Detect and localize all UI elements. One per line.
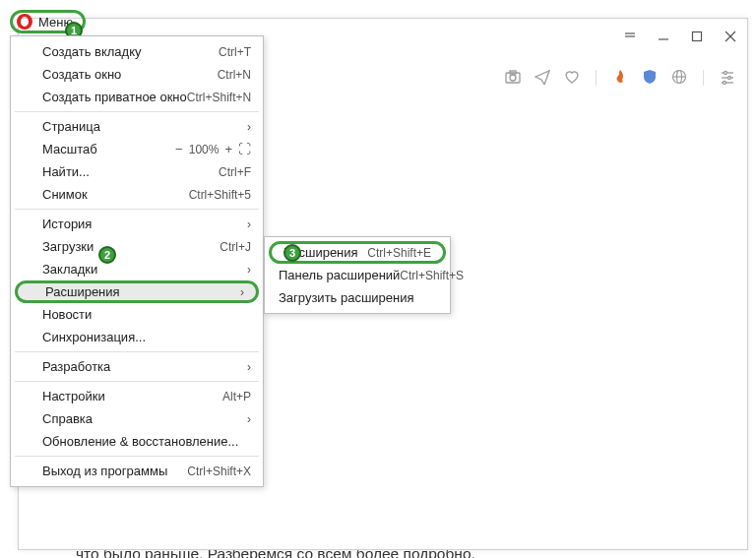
menu-item[interactable]: Новости bbox=[11, 303, 263, 326]
menu-item[interactable]: Расширения› bbox=[15, 280, 259, 303]
submenu-item-label: Загрузить расширения bbox=[279, 290, 438, 305]
menu-item-label: Найти... bbox=[42, 164, 219, 179]
site-logo-tail: RU bbox=[303, 134, 327, 151]
menu-item[interactable]: Справка› bbox=[11, 407, 263, 430]
main-menu-dropdown: Создать вкладкуCtrl+TСоздать окноCtrl+NС… bbox=[10, 35, 264, 487]
menu-item[interactable]: Найти...Ctrl+F bbox=[11, 160, 263, 183]
menu-item-label: Настройки bbox=[42, 389, 222, 403]
submenu-shortcut: Ctrl+Shift+S bbox=[400, 269, 464, 282]
menu-item[interactable]: Создать вкладкуCtrl+T bbox=[11, 40, 263, 63]
menu-shortcut: Ctrl+Shift+N bbox=[187, 91, 251, 104]
menu-divider bbox=[15, 351, 259, 352]
globe-icon[interactable] bbox=[671, 69, 687, 88]
svg-point-13 bbox=[724, 71, 727, 74]
menu-item[interactable]: Разработка› bbox=[11, 355, 263, 378]
menu-shortcut: Ctrl+N bbox=[218, 68, 251, 82]
menu-item[interactable]: Масштаб− 100% + ⛶ bbox=[11, 138, 263, 160]
maximize-button[interactable] bbox=[680, 19, 714, 54]
chevron-right-icon: › bbox=[247, 412, 251, 426]
zoom-out-button[interactable]: − bbox=[175, 142, 183, 156]
menu-item[interactable]: Закладки› bbox=[11, 258, 263, 280]
menu-item[interactable]: Синхронизация... bbox=[11, 326, 263, 348]
menu-divider bbox=[15, 111, 259, 112]
menu-divider bbox=[15, 209, 259, 210]
menu-item[interactable]: НастройкиAlt+P bbox=[11, 385, 263, 407]
fullscreen-icon[interactable]: ⛶ bbox=[238, 142, 251, 156]
toolbar-icons bbox=[505, 64, 735, 92]
submenu-item[interactable]: Панель расширенийCtrl+Shift+S bbox=[265, 264, 450, 286]
menu-item-label: Страница bbox=[42, 119, 247, 134]
chevron-right-icon: › bbox=[247, 120, 251, 134]
menu-item[interactable]: Выход из программыCtrl+Shift+X bbox=[11, 460, 263, 482]
menu-shortcut: Ctrl+J bbox=[220, 240, 251, 254]
menu-item-label: Новости bbox=[42, 307, 251, 322]
menu-item-label: Разработка bbox=[42, 359, 247, 374]
zoom-controls: − 100% + ⛶ bbox=[175, 142, 251, 156]
flame-icon[interactable] bbox=[612, 69, 628, 88]
search-placeholder: Поиск по сайту bbox=[455, 222, 551, 238]
menu-item[interactable]: Создать окноCtrl+N bbox=[11, 63, 263, 86]
close-button[interactable] bbox=[714, 19, 747, 54]
chevron-right-icon: › bbox=[247, 360, 251, 374]
menu-item[interactable]: СнимокCtrl+Shift+5 bbox=[11, 183, 263, 206]
settings-sliders-icon[interactable] bbox=[720, 69, 735, 88]
zoom-in-button[interactable]: + bbox=[224, 142, 232, 156]
menu-item-label: Обновление & восстановление... bbox=[42, 434, 251, 449]
heading-underline bbox=[368, 328, 427, 332]
menu-shortcut: Alt+P bbox=[222, 390, 251, 403]
svg-point-15 bbox=[728, 76, 731, 79]
chevron-right-icon: › bbox=[247, 263, 251, 277]
submenu-shortcut: Ctrl+Shift+E bbox=[367, 246, 431, 260]
window-controls bbox=[613, 19, 747, 54]
menu-item-label: Справка bbox=[42, 411, 247, 426]
menu-item-label: Закладки bbox=[42, 262, 247, 277]
menu-shortcut: Ctrl+T bbox=[219, 45, 251, 59]
submenu-item[interactable]: Загрузить расширения bbox=[265, 286, 450, 309]
menu-item-label: Синхронизация... bbox=[42, 330, 251, 344]
svg-rect-3 bbox=[693, 32, 702, 41]
heart-icon[interactable] bbox=[564, 69, 580, 88]
sidebar-toggle-icon[interactable] bbox=[613, 19, 647, 54]
chevron-right-icon: › bbox=[247, 217, 251, 231]
menu-shortcut: Ctrl+F bbox=[219, 165, 251, 179]
menu-item[interactable]: Обновление & восстановление... bbox=[11, 430, 263, 453]
minimize-button[interactable] bbox=[647, 19, 680, 54]
menu-item[interactable]: Создать приватное окноCtrl+Shift+N bbox=[11, 86, 263, 108]
menu-item-label: Расширения bbox=[45, 284, 240, 299]
toolbar-separator bbox=[703, 70, 704, 86]
menu-item[interactable]: Страница› bbox=[11, 115, 263, 138]
toolbar-separator bbox=[596, 70, 597, 86]
chevron-right-icon: › bbox=[240, 285, 244, 299]
search-icon[interactable] bbox=[672, 221, 688, 240]
send-icon[interactable] bbox=[535, 69, 550, 88]
shield-icon[interactable] bbox=[642, 69, 658, 88]
annotation-badge-2: 2 bbox=[98, 246, 116, 264]
menu-item-label: Создать приватное окно bbox=[42, 90, 187, 104]
annotation-badge-3: 3 bbox=[284, 244, 301, 262]
menu-shortcut: Ctrl+Shift+5 bbox=[189, 188, 251, 202]
svg-point-17 bbox=[724, 81, 726, 84]
menu-item[interactable]: История› bbox=[11, 213, 263, 235]
svg-point-18 bbox=[674, 223, 684, 233]
svg-line-19 bbox=[683, 232, 687, 236]
submenu-item-label: Панель расширений bbox=[279, 268, 400, 282]
menu-item[interactable]: ЗагрузкиCtrl+J bbox=[11, 235, 263, 258]
menu-item-label: Создать вкладку bbox=[42, 44, 219, 59]
camera-icon[interactable] bbox=[505, 69, 521, 88]
menu-divider bbox=[15, 381, 259, 382]
opera-icon bbox=[17, 14, 32, 30]
menu-item-label: Снимок bbox=[42, 187, 189, 202]
menu-shortcut: Ctrl+Shift+X bbox=[187, 465, 251, 478]
menu-divider bbox=[15, 456, 259, 457]
menu-item-label: Масштаб bbox=[42, 142, 175, 156]
svg-point-7 bbox=[510, 75, 516, 81]
menu-item-label: Выход из программы bbox=[42, 464, 187, 478]
menu-item-label: Создать окно bbox=[42, 67, 218, 82]
menu-item-label: История bbox=[42, 217, 247, 231]
menu-item-label: Загрузки bbox=[42, 239, 220, 254]
